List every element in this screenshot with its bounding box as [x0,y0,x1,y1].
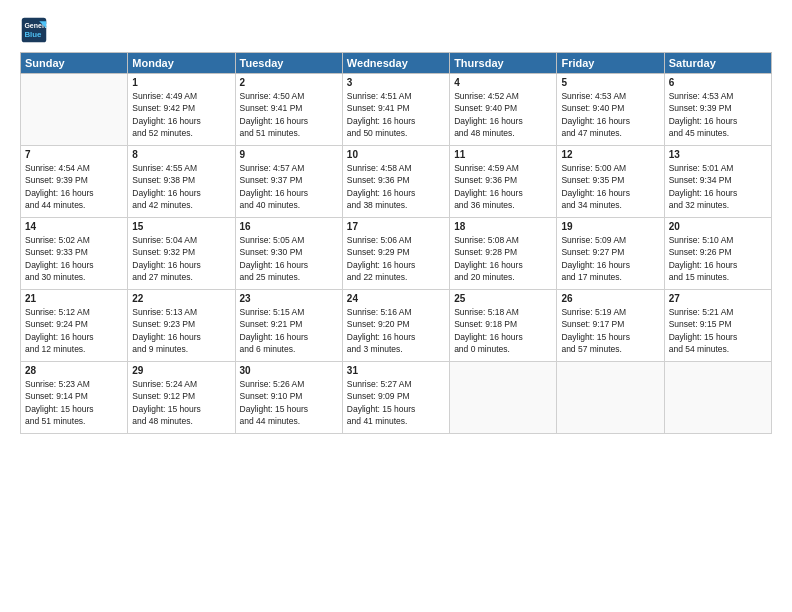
calendar-cell: 8Sunrise: 4:55 AM Sunset: 9:38 PM Daylig… [128,146,235,218]
day-info: Sunrise: 4:55 AM Sunset: 9:38 PM Dayligh… [132,162,230,211]
page: General Blue SundayMondayTuesdayWednesda… [0,0,792,612]
calendar-week-3: 14Sunrise: 5:02 AM Sunset: 9:33 PM Dayli… [21,218,772,290]
calendar-cell: 31Sunrise: 5:27 AM Sunset: 9:09 PM Dayli… [342,362,449,434]
weekday-header-thursday: Thursday [450,53,557,74]
header: General Blue [20,16,772,44]
day-info: Sunrise: 4:57 AM Sunset: 9:37 PM Dayligh… [240,162,338,211]
calendar-cell: 24Sunrise: 5:16 AM Sunset: 9:20 PM Dayli… [342,290,449,362]
day-number: 11 [454,149,552,160]
day-info: Sunrise: 4:49 AM Sunset: 9:42 PM Dayligh… [132,90,230,139]
day-number: 9 [240,149,338,160]
weekday-header-row: SundayMondayTuesdayWednesdayThursdayFrid… [21,53,772,74]
logo-icon: General Blue [20,16,48,44]
day-number: 20 [669,221,767,232]
day-number: 18 [454,221,552,232]
day-info: Sunrise: 4:58 AM Sunset: 9:36 PM Dayligh… [347,162,445,211]
day-info: Sunrise: 4:53 AM Sunset: 9:40 PM Dayligh… [561,90,659,139]
day-info: Sunrise: 5:27 AM Sunset: 9:09 PM Dayligh… [347,378,445,427]
day-number: 21 [25,293,123,304]
calendar-cell: 7Sunrise: 4:54 AM Sunset: 9:39 PM Daylig… [21,146,128,218]
calendar-cell: 18Sunrise: 5:08 AM Sunset: 9:28 PM Dayli… [450,218,557,290]
day-info: Sunrise: 4:52 AM Sunset: 9:40 PM Dayligh… [454,90,552,139]
calendar-cell [450,362,557,434]
day-info: Sunrise: 5:16 AM Sunset: 9:20 PM Dayligh… [347,306,445,355]
calendar-week-2: 7Sunrise: 4:54 AM Sunset: 9:39 PM Daylig… [21,146,772,218]
day-number: 29 [132,365,230,376]
calendar-cell: 15Sunrise: 5:04 AM Sunset: 9:32 PM Dayli… [128,218,235,290]
day-number: 4 [454,77,552,88]
logo: General Blue [20,16,52,44]
day-number: 31 [347,365,445,376]
day-number: 19 [561,221,659,232]
day-number: 15 [132,221,230,232]
weekday-header-monday: Monday [128,53,235,74]
day-info: Sunrise: 5:19 AM Sunset: 9:17 PM Dayligh… [561,306,659,355]
day-number: 3 [347,77,445,88]
calendar-cell [664,362,771,434]
calendar-cell: 27Sunrise: 5:21 AM Sunset: 9:15 PM Dayli… [664,290,771,362]
calendar-cell: 30Sunrise: 5:26 AM Sunset: 9:10 PM Dayli… [235,362,342,434]
calendar-cell: 3Sunrise: 4:51 AM Sunset: 9:41 PM Daylig… [342,74,449,146]
weekday-header-friday: Friday [557,53,664,74]
day-info: Sunrise: 5:04 AM Sunset: 9:32 PM Dayligh… [132,234,230,283]
day-number: 24 [347,293,445,304]
calendar-cell: 4Sunrise: 4:52 AM Sunset: 9:40 PM Daylig… [450,74,557,146]
day-info: Sunrise: 4:53 AM Sunset: 9:39 PM Dayligh… [669,90,767,139]
calendar-cell: 26Sunrise: 5:19 AM Sunset: 9:17 PM Dayli… [557,290,664,362]
calendar-cell: 28Sunrise: 5:23 AM Sunset: 9:14 PM Dayli… [21,362,128,434]
day-info: Sunrise: 5:21 AM Sunset: 9:15 PM Dayligh… [669,306,767,355]
day-info: Sunrise: 5:08 AM Sunset: 9:28 PM Dayligh… [454,234,552,283]
calendar-cell [557,362,664,434]
calendar-week-4: 21Sunrise: 5:12 AM Sunset: 9:24 PM Dayli… [21,290,772,362]
day-info: Sunrise: 5:00 AM Sunset: 9:35 PM Dayligh… [561,162,659,211]
day-number: 8 [132,149,230,160]
calendar-cell: 21Sunrise: 5:12 AM Sunset: 9:24 PM Dayli… [21,290,128,362]
day-number: 7 [25,149,123,160]
day-number: 23 [240,293,338,304]
day-number: 25 [454,293,552,304]
calendar-cell: 9Sunrise: 4:57 AM Sunset: 9:37 PM Daylig… [235,146,342,218]
day-info: Sunrise: 5:09 AM Sunset: 9:27 PM Dayligh… [561,234,659,283]
day-number: 28 [25,365,123,376]
weekday-header-wednesday: Wednesday [342,53,449,74]
day-info: Sunrise: 5:02 AM Sunset: 9:33 PM Dayligh… [25,234,123,283]
calendar-cell: 25Sunrise: 5:18 AM Sunset: 9:18 PM Dayli… [450,290,557,362]
calendar-cell: 16Sunrise: 5:05 AM Sunset: 9:30 PM Dayli… [235,218,342,290]
calendar-week-1: 1Sunrise: 4:49 AM Sunset: 9:42 PM Daylig… [21,74,772,146]
day-number: 2 [240,77,338,88]
calendar-cell [21,74,128,146]
calendar-cell: 11Sunrise: 4:59 AM Sunset: 9:36 PM Dayli… [450,146,557,218]
day-number: 27 [669,293,767,304]
calendar-cell: 2Sunrise: 4:50 AM Sunset: 9:41 PM Daylig… [235,74,342,146]
day-info: Sunrise: 5:05 AM Sunset: 9:30 PM Dayligh… [240,234,338,283]
day-info: Sunrise: 5:26 AM Sunset: 9:10 PM Dayligh… [240,378,338,427]
day-number: 12 [561,149,659,160]
calendar-table: SundayMondayTuesdayWednesdayThursdayFrid… [20,52,772,434]
day-info: Sunrise: 4:59 AM Sunset: 9:36 PM Dayligh… [454,162,552,211]
day-number: 6 [669,77,767,88]
day-number: 30 [240,365,338,376]
svg-text:Blue: Blue [24,30,42,39]
day-number: 10 [347,149,445,160]
day-info: Sunrise: 5:24 AM Sunset: 9:12 PM Dayligh… [132,378,230,427]
day-number: 17 [347,221,445,232]
calendar-cell: 10Sunrise: 4:58 AM Sunset: 9:36 PM Dayli… [342,146,449,218]
day-info: Sunrise: 5:12 AM Sunset: 9:24 PM Dayligh… [25,306,123,355]
calendar-cell: 14Sunrise: 5:02 AM Sunset: 9:33 PM Dayli… [21,218,128,290]
calendar-cell: 17Sunrise: 5:06 AM Sunset: 9:29 PM Dayli… [342,218,449,290]
day-number: 16 [240,221,338,232]
calendar-cell: 20Sunrise: 5:10 AM Sunset: 9:26 PM Dayli… [664,218,771,290]
day-number: 5 [561,77,659,88]
day-number: 1 [132,77,230,88]
weekday-header-tuesday: Tuesday [235,53,342,74]
day-info: Sunrise: 5:06 AM Sunset: 9:29 PM Dayligh… [347,234,445,283]
calendar-cell: 22Sunrise: 5:13 AM Sunset: 9:23 PM Dayli… [128,290,235,362]
day-info: Sunrise: 4:54 AM Sunset: 9:39 PM Dayligh… [25,162,123,211]
day-info: Sunrise: 4:50 AM Sunset: 9:41 PM Dayligh… [240,90,338,139]
calendar-week-5: 28Sunrise: 5:23 AM Sunset: 9:14 PM Dayli… [21,362,772,434]
day-number: 14 [25,221,123,232]
calendar-cell: 19Sunrise: 5:09 AM Sunset: 9:27 PM Dayli… [557,218,664,290]
day-number: 26 [561,293,659,304]
calendar-cell: 12Sunrise: 5:00 AM Sunset: 9:35 PM Dayli… [557,146,664,218]
calendar-cell: 23Sunrise: 5:15 AM Sunset: 9:21 PM Dayli… [235,290,342,362]
